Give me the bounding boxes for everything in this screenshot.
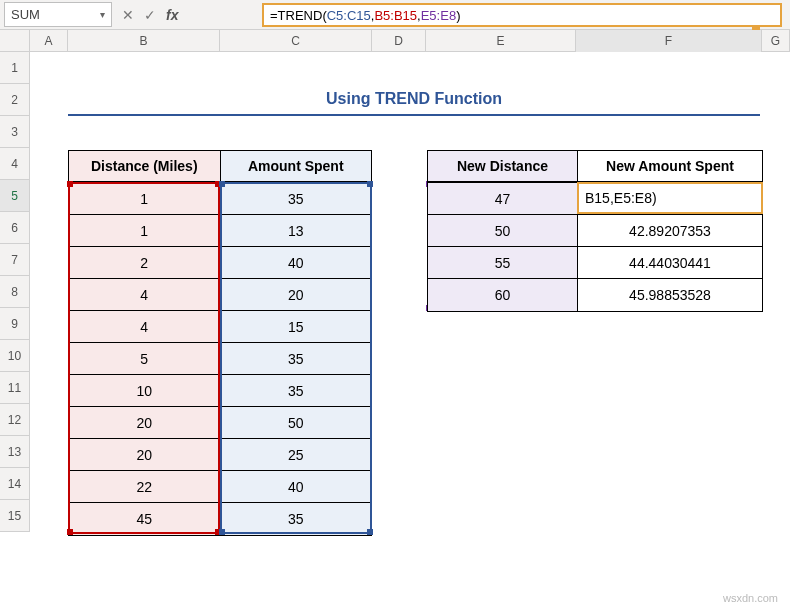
cell[interactable]: 35 bbox=[221, 343, 372, 375]
column-headers: A B C D E F G bbox=[0, 30, 790, 52]
cell[interactable]: 25 bbox=[221, 439, 372, 471]
table-row: 113 bbox=[69, 215, 371, 247]
table2-header: New Distance New Amount Spent bbox=[428, 151, 762, 183]
cell[interactable]: 1 bbox=[69, 215, 221, 247]
col-header-F[interactable]: F bbox=[576, 30, 762, 52]
cell[interactable]: 10 bbox=[69, 375, 221, 407]
col-header-D[interactable]: D bbox=[372, 30, 426, 52]
formula-eq: = bbox=[270, 8, 278, 23]
sheet-body: 1 2 3 4 5 6 7 8 9 10 11 12 13 14 15 Usin… bbox=[0, 52, 790, 532]
select-all-corner[interactable] bbox=[0, 30, 30, 52]
formula-bar[interactable]: =TREND(C5:C15,B5:B15,E5:E8) bbox=[262, 3, 782, 27]
cell[interactable]: 50 bbox=[428, 215, 578, 247]
cell[interactable]: 20 bbox=[221, 279, 372, 311]
row-header-2[interactable]: 2 bbox=[0, 84, 29, 116]
cell[interactable]: 40 bbox=[221, 471, 372, 503]
row-header-9[interactable]: 9 bbox=[0, 308, 29, 340]
col-header-A[interactable]: A bbox=[30, 30, 68, 52]
table2-header-newamount: New Amount Spent bbox=[578, 151, 762, 183]
table1-header-distance: Distance (Miles) bbox=[69, 151, 221, 183]
cell[interactable]: 35 bbox=[221, 375, 372, 407]
cell[interactable]: 55 bbox=[428, 247, 578, 279]
col-header-C[interactable]: C bbox=[220, 30, 372, 52]
table-distance-amount: Distance (Miles) Amount Spent 135 113 24… bbox=[68, 150, 372, 536]
name-box-value: SUM bbox=[11, 7, 96, 22]
row-header-3[interactable]: 3 bbox=[0, 116, 29, 148]
table-row: 535 bbox=[69, 343, 371, 375]
formula-ref3: E5:E8 bbox=[421, 8, 456, 23]
cell[interactable]: 42.89207353 bbox=[578, 215, 762, 247]
cell[interactable]: 13 bbox=[221, 215, 372, 247]
row-header-12[interactable]: 12 bbox=[0, 404, 29, 436]
active-cell-f5[interactable]: B15,E5:E8) bbox=[577, 182, 763, 214]
worksheet: A B C D E F G 1 2 3 4 5 6 7 8 9 10 11 12… bbox=[0, 30, 790, 532]
row-headers: 1 2 3 4 5 6 7 8 9 10 11 12 13 14 15 bbox=[0, 52, 30, 532]
cell[interactable]: 60 bbox=[428, 279, 578, 311]
formula-bar-row: SUM ▾ ✕ ✓ fx =TREND(C5:C15,B5:B15,E5:E8) bbox=[0, 0, 790, 30]
row-header-11[interactable]: 11 bbox=[0, 372, 29, 404]
cell[interactable]: 22 bbox=[69, 471, 221, 503]
row-header-14[interactable]: 14 bbox=[0, 468, 29, 500]
cell[interactable]: 1 bbox=[69, 183, 221, 215]
table2-header-newdist: New Distance bbox=[428, 151, 578, 183]
table-row: 2240 bbox=[69, 471, 371, 503]
col-header-G[interactable]: G bbox=[762, 30, 790, 52]
table-row: 5042.89207353 bbox=[428, 215, 762, 247]
cell[interactable]: 50 bbox=[221, 407, 372, 439]
cell[interactable]: 40 bbox=[221, 247, 372, 279]
table-row: 5544.44030441 bbox=[428, 247, 762, 279]
formula-bar-container: =TREND(C5:C15,B5:B15,E5:E8) bbox=[262, 0, 790, 29]
table-row: 2050 bbox=[69, 407, 371, 439]
table1-header: Distance (Miles) Amount Spent bbox=[69, 151, 371, 183]
cell[interactable]: 45 bbox=[69, 503, 221, 535]
row-header-7[interactable]: 7 bbox=[0, 244, 29, 276]
formula-close: ) bbox=[456, 8, 460, 23]
cell-grid[interactable]: Using TREND Function Distance (Miles) Am… bbox=[30, 52, 790, 532]
cell[interactable]: 44.44030441 bbox=[578, 247, 762, 279]
table-new-distance-amount: New Distance New Amount Spent 47 5042.89… bbox=[427, 150, 763, 312]
table-row: 420 bbox=[69, 279, 371, 311]
page-title: Using TREND Function bbox=[68, 84, 760, 116]
cell[interactable]: 5 bbox=[69, 343, 221, 375]
cancel-icon[interactable]: ✕ bbox=[122, 7, 134, 23]
col-header-E[interactable]: E bbox=[426, 30, 576, 52]
cell[interactable]: 47 bbox=[428, 183, 578, 215]
cell[interactable]: 2 bbox=[69, 247, 221, 279]
table1-header-amount: Amount Spent bbox=[221, 151, 372, 183]
name-box-dropdown-icon[interactable]: ▾ bbox=[96, 9, 105, 20]
row-header-15[interactable]: 15 bbox=[0, 500, 29, 532]
formula-controls: ✕ ✓ fx bbox=[112, 0, 262, 29]
table-row: 240 bbox=[69, 247, 371, 279]
table-row: 4535 bbox=[69, 503, 371, 535]
cell[interactable]: 4 bbox=[69, 311, 221, 343]
row-header-8[interactable]: 8 bbox=[0, 276, 29, 308]
cell[interactable]: 45.98853528 bbox=[578, 279, 762, 311]
table-row: 6045.98853528 bbox=[428, 279, 762, 311]
formula-fn: TREND bbox=[278, 8, 323, 23]
active-cell-text: B15,E5:E8) bbox=[585, 190, 657, 206]
cell[interactable]: 20 bbox=[69, 407, 221, 439]
table-row: 2025 bbox=[69, 439, 371, 471]
table-row: 135 bbox=[69, 183, 371, 215]
row-header-1[interactable]: 1 bbox=[0, 52, 29, 84]
row-header-6[interactable]: 6 bbox=[0, 212, 29, 244]
cell[interactable]: 35 bbox=[221, 183, 372, 215]
fx-icon[interactable]: fx bbox=[166, 7, 178, 23]
table-row: 415 bbox=[69, 311, 371, 343]
cell[interactable]: 20 bbox=[69, 439, 221, 471]
row-header-5[interactable]: 5 bbox=[0, 180, 29, 212]
col-header-B[interactable]: B bbox=[68, 30, 220, 52]
cell[interactable]: 4 bbox=[69, 279, 221, 311]
cell[interactable]: 15 bbox=[221, 311, 372, 343]
enter-icon[interactable]: ✓ bbox=[144, 7, 156, 23]
row-header-13[interactable]: 13 bbox=[0, 436, 29, 468]
table-row: 1035 bbox=[69, 375, 371, 407]
row-header-4[interactable]: 4 bbox=[0, 148, 29, 180]
formula-ref1: C5:C15 bbox=[327, 8, 371, 23]
cell[interactable]: 35 bbox=[221, 503, 372, 535]
formula-ref2: B5:B15 bbox=[374, 8, 417, 23]
name-box[interactable]: SUM ▾ bbox=[4, 2, 112, 27]
row-header-10[interactable]: 10 bbox=[0, 340, 29, 372]
watermark: wsxdn.com bbox=[723, 592, 778, 604]
